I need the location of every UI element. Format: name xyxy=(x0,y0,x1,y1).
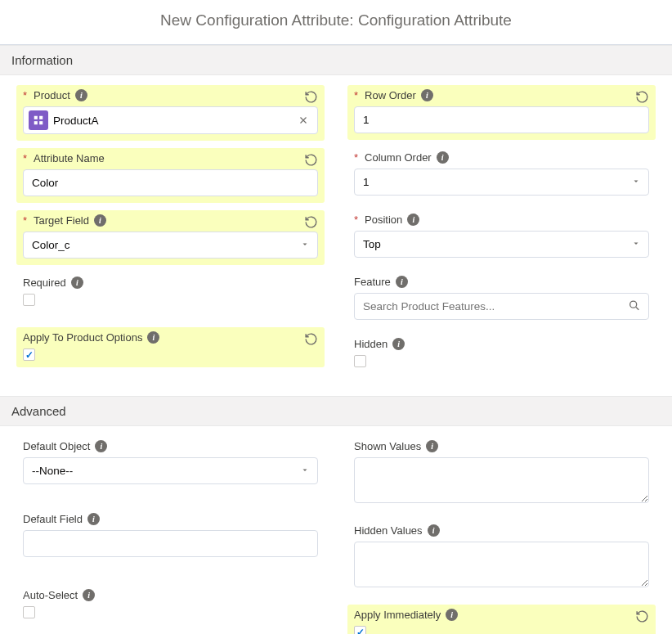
field-column-order: *Column Orderi 1 xyxy=(347,147,656,202)
svg-rect-2 xyxy=(34,121,38,124)
default-object-select[interactable]: --None-- xyxy=(23,457,318,484)
info-icon[interactable]: i xyxy=(428,524,440,537)
info-icon[interactable]: i xyxy=(87,513,100,525)
product-value: ProductA xyxy=(53,115,99,127)
undo-icon[interactable] xyxy=(304,332,318,348)
info-icon[interactable]: i xyxy=(407,214,419,226)
label-shown-values: Shown Values xyxy=(354,440,421,452)
field-auto-select: Auto-Selecti xyxy=(16,585,325,625)
field-default-object: Default Objecti --None-- xyxy=(16,436,325,491)
info-icon[interactable]: i xyxy=(396,276,408,288)
auto-select-checkbox[interactable] xyxy=(23,606,35,618)
apply-to-options-checkbox[interactable] xyxy=(23,348,35,361)
shown-values-textarea[interactable] xyxy=(354,457,649,503)
info-icon[interactable]: i xyxy=(95,440,107,452)
page-title: New Configuration Attribute: Configurati… xyxy=(0,0,672,44)
product-lookup[interactable]: ProductA xyxy=(23,106,318,134)
row-order-input[interactable] xyxy=(354,106,649,133)
default-field-input[interactable] xyxy=(23,530,318,557)
apply-immediately-checkbox[interactable] xyxy=(354,626,366,634)
info-icon[interactable]: i xyxy=(426,440,438,452)
label-hidden-values: Hidden Values xyxy=(354,524,423,537)
undo-icon[interactable] xyxy=(304,215,318,232)
field-attribute-name: *Attribute Name xyxy=(16,148,325,203)
label-hidden: Hidden xyxy=(354,338,388,350)
field-required: Requiredi xyxy=(16,272,325,313)
label-target-field: Target Field xyxy=(34,214,89,227)
label-apply-to-options: Apply To Product Options xyxy=(23,331,142,344)
product-icon xyxy=(29,110,48,130)
field-hidden: Hiddeni xyxy=(347,334,656,374)
required-checkbox[interactable] xyxy=(23,294,35,306)
target-field-select[interactable]: Color_c xyxy=(23,232,318,259)
label-auto-select: Auto-Select xyxy=(23,589,78,601)
field-product: *Producti ProductA xyxy=(16,85,325,141)
field-hidden-values: Hidden Valuesi xyxy=(347,520,656,596)
label-feature: Feature xyxy=(354,276,391,288)
field-feature: Featurei xyxy=(347,272,656,326)
undo-icon[interactable] xyxy=(635,609,649,626)
field-default-field: Default Fieldi xyxy=(16,509,325,564)
label-default-object: Default Object xyxy=(23,440,90,452)
svg-rect-1 xyxy=(39,116,43,119)
field-row-order: *Row Orderi xyxy=(347,85,656,140)
field-apply-to-options: Apply To Product Optionsi xyxy=(16,327,325,367)
section-information: Information xyxy=(0,45,672,75)
feature-search-input[interactable] xyxy=(354,293,649,320)
field-shown-values: Shown Valuesi xyxy=(347,436,656,512)
label-product: Product xyxy=(34,89,70,101)
search-icon[interactable] xyxy=(628,299,641,314)
section-advanced: Advanced xyxy=(0,396,672,426)
info-icon[interactable]: i xyxy=(83,589,95,601)
info-icon[interactable]: i xyxy=(71,277,83,289)
info-icon[interactable]: i xyxy=(392,338,405,350)
label-position: Position xyxy=(365,214,402,226)
info-icon[interactable]: i xyxy=(94,214,106,227)
svg-point-4 xyxy=(630,301,637,308)
field-apply-immediately: Apply Immediatelyi xyxy=(347,605,656,634)
field-position: *Positioni Top xyxy=(347,209,656,264)
undo-icon[interactable] xyxy=(635,90,649,106)
info-icon[interactable]: i xyxy=(147,331,159,344)
label-row-order: Row Order xyxy=(365,89,416,101)
field-target-field: *Target Fieldi Color_c xyxy=(16,210,325,265)
info-icon[interactable]: i xyxy=(75,89,87,101)
undo-icon[interactable] xyxy=(304,90,318,106)
column-order-select[interactable]: 1 xyxy=(354,169,649,196)
label-required: Required xyxy=(23,277,66,289)
hidden-values-textarea[interactable] xyxy=(354,542,649,587)
undo-icon[interactable] xyxy=(304,153,318,169)
hidden-checkbox[interactable] xyxy=(354,355,366,367)
attribute-name-input[interactable] xyxy=(23,169,318,196)
label-apply-immediately: Apply Immediately xyxy=(354,609,441,621)
svg-rect-0 xyxy=(34,116,38,119)
svg-rect-3 xyxy=(39,121,43,124)
info-icon[interactable]: i xyxy=(446,609,458,621)
label-attribute-name: Attribute Name xyxy=(34,152,105,164)
info-icon[interactable]: i xyxy=(421,89,433,101)
close-icon[interactable] xyxy=(294,111,312,129)
label-default-field: Default Field xyxy=(23,513,83,525)
label-column-order: Column Order xyxy=(365,151,432,164)
position-select[interactable]: Top xyxy=(354,231,649,258)
info-icon[interactable]: i xyxy=(437,151,449,164)
